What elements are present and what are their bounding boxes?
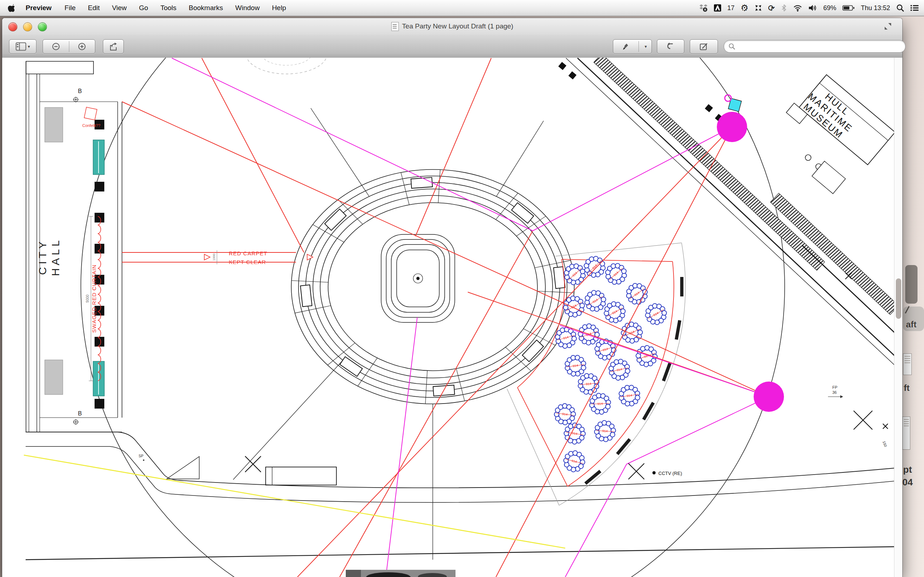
site-plan: HULLMARITIMEMUSEUMCITYHALLBBConfetti??90… bbox=[2, 58, 894, 577]
svg-text:914: 914 bbox=[627, 393, 632, 398]
svg-text:9000: 9000 bbox=[86, 294, 89, 303]
svg-text:KEPT CLEAR: KEPT CLEAR bbox=[229, 259, 266, 265]
dropbox-icon[interactable] bbox=[699, 4, 708, 12]
svg-text:1000: 1000 bbox=[212, 253, 216, 261]
adobe-count: 17 bbox=[727, 4, 735, 12]
battery-percent-text: 69% bbox=[823, 4, 836, 12]
followspot-marker bbox=[717, 112, 747, 142]
wifi-icon[interactable] bbox=[793, 4, 802, 11]
red-curtain-squiggle bbox=[98, 216, 101, 381]
icon-label: ft bbox=[904, 383, 909, 393]
window-title: Tea Party New Layout Draft (1 page) bbox=[391, 22, 513, 31]
volume-icon[interactable] bbox=[809, 4, 817, 11]
table-cluster: 914 bbox=[583, 255, 606, 279]
menu-item-help[interactable]: Help bbox=[266, 0, 292, 16]
table-cluster: 914 bbox=[605, 263, 627, 285]
menu-item-window[interactable]: Window bbox=[229, 0, 266, 16]
bluetooth-icon[interactable] bbox=[781, 4, 787, 12]
table-cluster: 914 bbox=[644, 303, 667, 326]
traffic-lights bbox=[8, 23, 47, 31]
menu-clock[interactable]: Thu 13:52 bbox=[861, 4, 890, 12]
marker-pen-icon bbox=[621, 42, 630, 51]
menu-item-edit[interactable]: Edit bbox=[82, 0, 106, 16]
table-clusters: 9149149149149149149149149149149149149149… bbox=[551, 255, 668, 476]
menu-item-file[interactable]: File bbox=[58, 0, 82, 16]
svg-text:914: 914 bbox=[572, 364, 578, 368]
svg-text:36: 36 bbox=[832, 390, 837, 395]
icon-graphic-fragment bbox=[905, 306, 909, 314]
sidebar-icon bbox=[16, 42, 26, 51]
icon-label: aft bbox=[906, 319, 916, 330]
desktop-document-icon[interactable] bbox=[903, 353, 912, 375]
apple-menu[interactable] bbox=[0, 4, 19, 12]
table-cluster: 914 bbox=[584, 290, 606, 312]
battery-percent: 69% bbox=[823, 4, 836, 12]
zoom-button[interactable] bbox=[38, 23, 47, 31]
svg-text:SWAGED RED CURTAIN: SWAGED RED CURTAIN bbox=[91, 264, 97, 332]
minimize-button[interactable] bbox=[23, 23, 32, 31]
search-input[interactable] bbox=[738, 43, 901, 50]
svg-text:B: B bbox=[78, 410, 82, 416]
table-cluster: 914 bbox=[619, 320, 644, 345]
desktop-icon-selected[interactable]: aft bbox=[903, 306, 924, 331]
svg-text:FP: FP bbox=[832, 385, 837, 390]
svg-text:914: 914 bbox=[602, 429, 608, 433]
battery-icon[interactable] bbox=[842, 5, 855, 11]
svg-text:150: 150 bbox=[882, 440, 888, 448]
fullscreen-icon[interactable] bbox=[884, 22, 892, 31]
zoom-out-button[interactable] bbox=[43, 40, 69, 53]
markup-pen-button[interactable] bbox=[613, 40, 638, 53]
svg-text:CCTV (RE): CCTV (RE) bbox=[658, 471, 682, 476]
status-icons: 17⚙▶⟳!69%Thu 13:52 bbox=[699, 0, 924, 16]
toolbar: ▾▾ bbox=[2, 35, 902, 58]
menu-item-tools[interactable]: Tools bbox=[154, 0, 182, 16]
share-button[interactable] bbox=[103, 39, 124, 54]
chevron-down-icon: ▾ bbox=[28, 44, 30, 49]
scrollbar-thumb[interactable] bbox=[896, 279, 901, 319]
share-icon bbox=[109, 42, 118, 51]
spotlight-icon[interactable] bbox=[896, 4, 904, 12]
sidebar-button[interactable]: ▾ bbox=[9, 39, 36, 54]
rotate-left-icon bbox=[666, 42, 675, 51]
svg-text:Confetti??: Confetti?? bbox=[82, 123, 100, 128]
zoom-buttons[interactable] bbox=[43, 39, 95, 54]
apple-icon bbox=[8, 4, 15, 12]
menu-item-bookmarks[interactable]: Bookmarks bbox=[183, 0, 229, 16]
table-cluster: 914 bbox=[603, 300, 627, 324]
table-cluster: 914 bbox=[560, 447, 589, 476]
rotate-button[interactable] bbox=[657, 39, 684, 54]
notification-center-icon[interactable] bbox=[910, 5, 919, 11]
search-field[interactable] bbox=[724, 40, 906, 53]
desktop-icon-fragment[interactable] bbox=[905, 265, 918, 304]
icon-label: 04 bbox=[902, 477, 913, 488]
svg-text:914: 914 bbox=[562, 412, 568, 416]
markup-dropdown[interactable]: ▾ bbox=[638, 40, 651, 53]
close-button[interactable] bbox=[8, 23, 17, 31]
desktop-document-icon[interactable] bbox=[902, 416, 910, 450]
table-cluster: 914 bbox=[591, 416, 620, 446]
icon-label: pt bbox=[903, 464, 912, 475]
title-bar[interactable]: Tea Party New Layout Draft (1 page) bbox=[2, 18, 902, 35]
svg-text:RED CARPET: RED CARPET bbox=[229, 250, 267, 256]
gear-icon[interactable]: ⚙▶ bbox=[741, 3, 749, 12]
zoom-in-button[interactable] bbox=[69, 40, 95, 53]
adobe-icon[interactable] bbox=[714, 4, 721, 11]
search-icon bbox=[729, 43, 735, 50]
scrollbar-track[interactable] bbox=[894, 58, 902, 577]
zoom-out-icon bbox=[52, 42, 60, 51]
markup-tool-button[interactable]: ▾ bbox=[613, 39, 652, 54]
table-cluster: 914 bbox=[552, 324, 579, 351]
document-icon bbox=[391, 22, 399, 31]
table-cluster: 914 bbox=[562, 295, 586, 318]
svg-text:B: B bbox=[78, 88, 82, 94]
menu-item-view[interactable]: View bbox=[106, 0, 133, 16]
document-view: HULLMARITIMEMUSEUMCITYHALLBBConfetti??90… bbox=[2, 58, 902, 577]
table-cluster: 914 bbox=[615, 382, 643, 410]
menu-item-preview[interactable]: Preview bbox=[19, 0, 58, 16]
svg-text:914: 914 bbox=[586, 382, 591, 386]
followspot-marker bbox=[754, 382, 784, 412]
compress-arrows-icon[interactable] bbox=[755, 4, 762, 11]
sync-alert-icon[interactable]: ⟳! bbox=[768, 4, 775, 12]
edit-toolbar-button[interactable] bbox=[690, 39, 718, 54]
menu-item-go[interactable]: Go bbox=[133, 0, 154, 16]
